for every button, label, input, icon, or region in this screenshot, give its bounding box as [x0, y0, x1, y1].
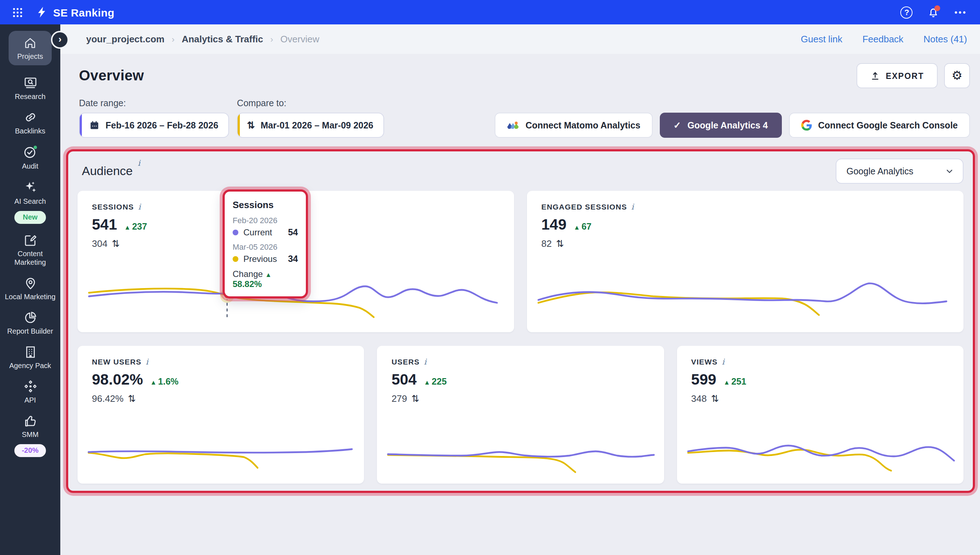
date-range-picker[interactable]: Feb-16 2026 – Feb-28 2026 [79, 113, 229, 138]
main-content: your_project.com › Analytics & Traffic ›… [60, 24, 980, 555]
breadcrumb: your_project.com › Analytics & Traffic ›… [60, 24, 980, 54]
triangle-up-icon: ▲ [574, 224, 580, 231]
tooltip-change-value: 58.82% [233, 279, 262, 289]
export-button[interactable]: EXPORT [856, 63, 938, 88]
metric-change: ▲225 [424, 377, 447, 387]
metric-previous: 96.42% [92, 393, 124, 404]
notes-link[interactable]: Notes (41) [924, 34, 967, 45]
sidebar-item-projects[interactable]: Projects [9, 31, 52, 65]
apps-grid-icon[interactable] [11, 6, 24, 18]
info-icon[interactable]: i [722, 357, 725, 367]
breadcrumb-current: Overview [280, 34, 319, 45]
new-badge: New [14, 211, 46, 224]
metric-previous: 348 [691, 393, 707, 404]
triangle-up-icon: ▲ [150, 379, 156, 386]
metric-value: 98.02% [92, 371, 143, 388]
api-icon [22, 379, 38, 394]
metric-previous: 82 [541, 238, 552, 249]
pie-chart-icon [22, 310, 38, 325]
chevron-down-icon [945, 167, 954, 176]
audience-title: Audience [82, 164, 133, 178]
metric-change: ▲1.6% [150, 377, 178, 387]
sidebar-item-local-marketing[interactable]: Local Marketing [2, 276, 59, 302]
bolt-icon [35, 6, 48, 19]
compare-label: Compare to: [237, 98, 384, 108]
pencil-square-icon [22, 233, 38, 247]
sidebar-item-content-marketing[interactable]: Content Marketing [2, 233, 59, 267]
info-icon[interactable]: i [138, 159, 140, 168]
metric-change: ▲237 [124, 222, 147, 232]
building-icon [22, 345, 38, 359]
views-chart[interactable] [677, 436, 964, 484]
check-icon: ✓ [673, 120, 681, 131]
sidebar: Projects Research Backlinks Audit AI Sea… [0, 24, 60, 555]
thumbs-up-icon [22, 413, 38, 428]
compare-picker[interactable]: ⇅ Mar-01 2026 – Mar-09 2026 [237, 113, 384, 138]
google-analytics-4-button[interactable]: ✓ Google Analytics 4 [660, 113, 781, 138]
sidebar-item-report-builder[interactable]: Report Builder [2, 310, 59, 336]
calendar-icon [89, 120, 100, 131]
info-icon[interactable]: i [146, 357, 148, 367]
engaged-sessions-card: ENGAGED SESSIONS i 149 ▲67 82 ⇅ [527, 191, 964, 332]
sidebar-item-api[interactable]: API [2, 379, 59, 405]
brand-name: SE Ranking [53, 6, 114, 18]
engaged-sessions-chart[interactable] [527, 274, 964, 332]
more-menu-icon[interactable]: ••• [954, 8, 967, 16]
research-icon [22, 75, 38, 90]
info-icon[interactable]: i [138, 202, 141, 212]
info-icon[interactable]: i [424, 357, 426, 367]
tooltip-current-date: Feb-20 2026 [233, 216, 298, 225]
connect-gsc-button[interactable]: Connect Google Search Console [789, 113, 970, 138]
date-range-label: Date range: [79, 98, 229, 108]
sidebar-item-label: SMM [22, 430, 39, 439]
connect-matomo-button[interactable]: Connect Matomo Analytics [495, 113, 652, 138]
compare-value: Mar-01 2026 – Mar-09 2026 [260, 120, 373, 130]
metric-value: 504 [392, 371, 417, 388]
settings-button[interactable]: ⚙ [944, 63, 970, 88]
tooltip-previous-value: 34 [288, 254, 298, 264]
previous-period-stripe [238, 113, 240, 137]
sidebar-item-label: Report Builder [7, 327, 53, 336]
breadcrumb-project[interactable]: your_project.com [86, 34, 164, 45]
help-icon[interactable]: ? [901, 6, 913, 18]
discount-badge: -20% [15, 444, 46, 457]
guest-link[interactable]: Guest link [801, 34, 842, 45]
chart-tooltip: Sessions Feb-20 2026 Current 54 Mar-05 2… [223, 189, 308, 298]
metric-previous: 279 [392, 393, 407, 404]
sidebar-item-label: Backlinks [15, 127, 46, 136]
sidebar-item-label: Audit [22, 162, 39, 171]
sidebar-item-audit[interactable]: Audit [2, 144, 59, 171]
users-chart[interactable] [377, 436, 664, 484]
tooltip-current-value: 54 [288, 228, 298, 237]
source-selector-dropdown[interactable]: Google Analytics [836, 159, 964, 184]
sidebar-item-ai-search[interactable]: AI Search New [2, 180, 59, 224]
sparkles-icon [22, 180, 38, 195]
metric-label: USERS [392, 357, 419, 366]
sidebar-item-smm[interactable]: SMM -20% [2, 413, 59, 457]
sidebar-item-backlinks[interactable]: Backlinks [2, 110, 59, 136]
info-icon[interactable]: i [631, 202, 634, 212]
breadcrumb-section[interactable]: Analytics & Traffic [182, 34, 263, 45]
swap-arrows-icon: ⇅ [711, 393, 719, 404]
new-users-chart[interactable] [77, 436, 365, 484]
views-card: VIEWS i 599 ▲251 348 ⇅ [677, 346, 964, 484]
triangle-up-icon: ▲ [124, 224, 131, 231]
sidebar-item-label: Local Marketing [5, 293, 55, 302]
brand-logo[interactable]: SE Ranking [35, 6, 114, 19]
sidebar-item-agency-pack[interactable]: Agency Pack [2, 345, 59, 370]
sidebar-item-label: Content Marketing [2, 250, 59, 267]
swap-arrows-icon: ⇅ [112, 238, 119, 249]
sidebar-item-research[interactable]: Research [2, 75, 59, 101]
audience-section: Audience i Google Analytics SESSIONS i 5… [66, 149, 975, 493]
feedback-link[interactable]: Feedback [862, 34, 903, 45]
swap-arrows-icon: ⇅ [128, 393, 136, 404]
triangle-up-icon: ▲ [265, 271, 272, 278]
metric-value: 541 [92, 216, 117, 233]
triangle-up-icon: ▲ [424, 379, 431, 386]
previous-series-dot [233, 256, 238, 262]
notifications-bell-icon[interactable] [927, 6, 940, 19]
sidebar-collapse-button[interactable]: › [51, 31, 69, 49]
users-card: USERS i 504 ▲225 279 ⇅ [377, 346, 664, 484]
chevron-right-icon: › [270, 34, 273, 44]
new-users-card: NEW USERS i 98.02% ▲1.6% 96.42% ⇅ [77, 346, 365, 484]
